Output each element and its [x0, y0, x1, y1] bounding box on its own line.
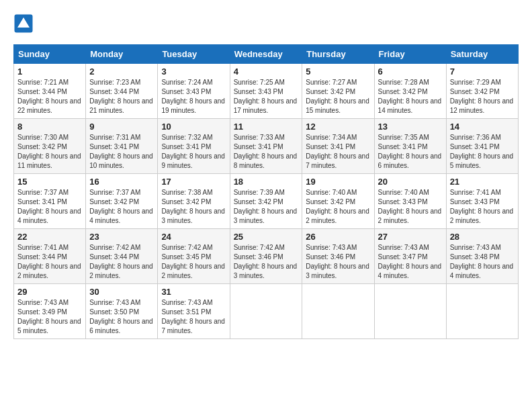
day-number: 12	[306, 122, 370, 132]
calendar-header-row: SundayMondayTuesdayWednesdayThursdayFrid…	[14, 45, 519, 64]
day-info: Sunrise: 7:43 AM Sunset: 3:48 PM Dayligh…	[450, 243, 515, 281]
day-info: Sunrise: 7:38 AM Sunset: 3:42 PM Dayligh…	[161, 188, 226, 226]
calendar-cell: 4 Sunrise: 7:25 AM Sunset: 3:43 PM Dayli…	[230, 64, 302, 119]
day-number: 23	[89, 232, 154, 242]
day-info: Sunrise: 7:21 AM Sunset: 3:44 PM Dayligh…	[17, 78, 82, 116]
calendar-cell: 17 Sunrise: 7:38 AM Sunset: 3:42 PM Dayl…	[158, 174, 230, 229]
calendar-cell: 25 Sunrise: 7:42 AM Sunset: 3:46 PM Dayl…	[230, 229, 302, 284]
day-info: Sunrise: 7:37 AM Sunset: 3:41 PM Dayligh…	[17, 188, 82, 226]
calendar-cell: 30 Sunrise: 7:43 AM Sunset: 3:50 PM Dayl…	[86, 284, 158, 339]
calendar-cell: 26 Sunrise: 7:43 AM Sunset: 3:46 PM Dayl…	[302, 229, 374, 284]
day-number: 14	[450, 122, 515, 132]
day-number: 22	[17, 232, 82, 242]
day-info: Sunrise: 7:42 AM Sunset: 3:46 PM Dayligh…	[234, 243, 299, 281]
day-number: 8	[17, 122, 82, 132]
calendar-cell: 24 Sunrise: 7:42 AM Sunset: 3:45 PM Dayl…	[158, 229, 230, 284]
calendar-week-row: 1 Sunrise: 7:21 AM Sunset: 3:44 PM Dayli…	[14, 64, 519, 119]
day-number: 16	[89, 177, 154, 187]
day-info: Sunrise: 7:37 AM Sunset: 3:42 PM Dayligh…	[89, 188, 154, 226]
day-number: 9	[89, 122, 154, 132]
calendar-cell: 9 Sunrise: 7:31 AM Sunset: 3:41 PM Dayli…	[86, 119, 158, 174]
day-number: 11	[234, 122, 299, 132]
day-info: Sunrise: 7:28 AM Sunset: 3:42 PM Dayligh…	[378, 78, 443, 116]
calendar-cell: 29 Sunrise: 7:43 AM Sunset: 3:49 PM Dayl…	[14, 284, 86, 339]
calendar-cell: 6 Sunrise: 7:28 AM Sunset: 3:42 PM Dayli…	[374, 64, 446, 119]
calendar-cell: 20 Sunrise: 7:40 AM Sunset: 3:43 PM Dayl…	[374, 174, 446, 229]
calendar-cell: 13 Sunrise: 7:35 AM Sunset: 3:41 PM Dayl…	[374, 119, 446, 174]
calendar-cell	[374, 284, 446, 339]
logo-icon	[13, 13, 34, 34]
calendar-cell: 12 Sunrise: 7:34 AM Sunset: 3:41 PM Dayl…	[302, 119, 374, 174]
day-number: 17	[161, 177, 226, 187]
day-info: Sunrise: 7:31 AM Sunset: 3:41 PM Dayligh…	[89, 133, 154, 171]
weekday-header-saturday: Saturday	[446, 45, 518, 64]
day-number: 28	[450, 232, 515, 242]
day-number: 4	[234, 66, 299, 77]
day-number: 7	[450, 66, 515, 77]
calendar-cell: 8 Sunrise: 7:30 AM Sunset: 3:42 PM Dayli…	[14, 119, 86, 174]
calendar-cell: 27 Sunrise: 7:43 AM Sunset: 3:47 PM Dayl…	[374, 229, 446, 284]
day-number: 20	[378, 177, 443, 187]
day-number: 27	[378, 232, 443, 242]
day-number: 30	[89, 287, 154, 297]
weekday-header-thursday: Thursday	[302, 45, 374, 64]
calendar-cell: 28 Sunrise: 7:43 AM Sunset: 3:48 PM Dayl…	[446, 229, 518, 284]
day-info: Sunrise: 7:41 AM Sunset: 3:43 PM Dayligh…	[450, 188, 515, 226]
day-number: 2	[89, 66, 154, 77]
calendar-cell: 19 Sunrise: 7:40 AM Sunset: 3:42 PM Dayl…	[302, 174, 374, 229]
day-info: Sunrise: 7:33 AM Sunset: 3:41 PM Dayligh…	[234, 133, 299, 171]
day-info: Sunrise: 7:40 AM Sunset: 3:43 PM Dayligh…	[378, 188, 443, 226]
calendar-cell: 7 Sunrise: 7:29 AM Sunset: 3:42 PM Dayli…	[446, 64, 518, 119]
day-info: Sunrise: 7:40 AM Sunset: 3:42 PM Dayligh…	[306, 188, 370, 226]
day-number: 1	[17, 66, 82, 77]
day-number: 5	[306, 66, 370, 77]
day-info: Sunrise: 7:30 AM Sunset: 3:42 PM Dayligh…	[17, 133, 82, 171]
day-info: Sunrise: 7:43 AM Sunset: 3:46 PM Dayligh…	[306, 243, 370, 281]
calendar-cell: 22 Sunrise: 7:41 AM Sunset: 3:44 PM Dayl…	[14, 229, 86, 284]
calendar-cell: 5 Sunrise: 7:27 AM Sunset: 3:42 PM Dayli…	[302, 64, 374, 119]
day-number: 21	[450, 177, 515, 187]
day-number: 25	[234, 232, 299, 242]
day-info: Sunrise: 7:35 AM Sunset: 3:41 PM Dayligh…	[378, 133, 443, 171]
day-info: Sunrise: 7:42 AM Sunset: 3:45 PM Dayligh…	[161, 243, 226, 281]
weekday-header-tuesday: Tuesday	[158, 45, 230, 64]
day-info: Sunrise: 7:24 AM Sunset: 3:43 PM Dayligh…	[161, 78, 226, 116]
calendar-table: SundayMondayTuesdayWednesdayThursdayFrid…	[13, 44, 519, 339]
day-info: Sunrise: 7:36 AM Sunset: 3:41 PM Dayligh…	[450, 133, 515, 171]
calendar-week-row: 22 Sunrise: 7:41 AM Sunset: 3:44 PM Dayl…	[14, 229, 519, 284]
calendar-cell: 3 Sunrise: 7:24 AM Sunset: 3:43 PM Dayli…	[158, 64, 230, 119]
day-info: Sunrise: 7:43 AM Sunset: 3:49 PM Dayligh…	[17, 298, 82, 336]
calendar-cell: 1 Sunrise: 7:21 AM Sunset: 3:44 PM Dayli…	[14, 64, 86, 119]
weekday-header-monday: Monday	[86, 45, 158, 64]
calendar-cell: 21 Sunrise: 7:41 AM Sunset: 3:43 PM Dayl…	[446, 174, 518, 229]
day-info: Sunrise: 7:43 AM Sunset: 3:51 PM Dayligh…	[161, 298, 226, 336]
calendar-week-row: 8 Sunrise: 7:30 AM Sunset: 3:42 PM Dayli…	[14, 119, 519, 174]
day-info: Sunrise: 7:23 AM Sunset: 3:44 PM Dayligh…	[89, 78, 154, 116]
calendar-cell: 18 Sunrise: 7:39 AM Sunset: 3:42 PM Dayl…	[230, 174, 302, 229]
calendar-cell: 14 Sunrise: 7:36 AM Sunset: 3:41 PM Dayl…	[446, 119, 518, 174]
day-number: 26	[306, 232, 370, 242]
weekday-header-sunday: Sunday	[14, 45, 86, 64]
day-info: Sunrise: 7:39 AM Sunset: 3:42 PM Dayligh…	[234, 188, 299, 226]
calendar-week-row: 15 Sunrise: 7:37 AM Sunset: 3:41 PM Dayl…	[14, 174, 519, 229]
calendar-cell: 11 Sunrise: 7:33 AM Sunset: 3:41 PM Dayl…	[230, 119, 302, 174]
day-info: Sunrise: 7:25 AM Sunset: 3:43 PM Dayligh…	[234, 78, 299, 116]
day-number: 15	[17, 177, 82, 187]
day-number: 6	[378, 66, 443, 77]
day-number: 29	[17, 287, 82, 297]
calendar-cell: 23 Sunrise: 7:42 AM Sunset: 3:44 PM Dayl…	[86, 229, 158, 284]
logo	[13, 13, 36, 34]
calendar-cell	[302, 284, 374, 339]
day-number: 24	[161, 232, 226, 242]
weekday-header-wednesday: Wednesday	[230, 45, 302, 64]
calendar-cell: 15 Sunrise: 7:37 AM Sunset: 3:41 PM Dayl…	[14, 174, 86, 229]
day-number: 19	[306, 177, 370, 187]
day-info: Sunrise: 7:29 AM Sunset: 3:42 PM Dayligh…	[450, 78, 515, 116]
calendar-cell: 2 Sunrise: 7:23 AM Sunset: 3:44 PM Dayli…	[86, 64, 158, 119]
calendar-cell	[446, 284, 518, 339]
calendar-week-row: 29 Sunrise: 7:43 AM Sunset: 3:49 PM Dayl…	[14, 284, 519, 339]
day-number: 10	[161, 122, 226, 132]
day-info: Sunrise: 7:32 AM Sunset: 3:41 PM Dayligh…	[161, 133, 226, 171]
day-number: 13	[378, 122, 443, 132]
calendar-cell	[230, 284, 302, 339]
